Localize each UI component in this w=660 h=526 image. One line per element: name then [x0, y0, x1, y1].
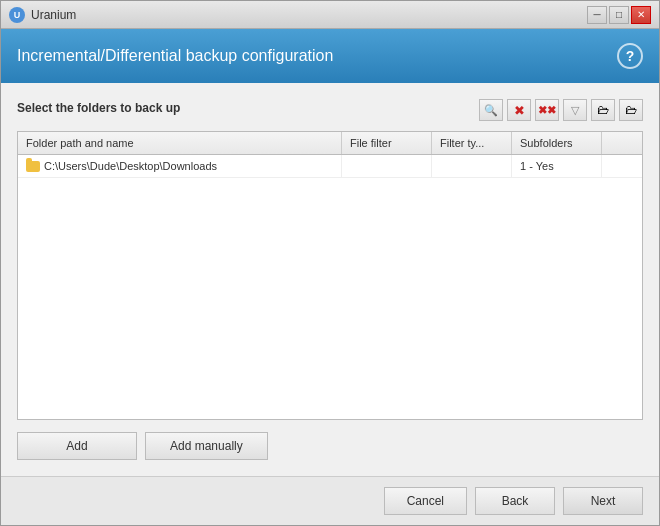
back-button[interactable]: Back [475, 487, 555, 515]
filter-icon [571, 103, 579, 117]
filter-button[interactable] [563, 99, 587, 121]
col-filter-type: Filter ty... [432, 132, 512, 154]
col-subfolders: Subfolders [512, 132, 602, 154]
dialog-title: Incremental/Differential backup configur… [17, 47, 333, 65]
delete-button[interactable] [507, 99, 531, 121]
window-title: Uranium [31, 8, 587, 22]
cell-subfolders: 1 - Yes [512, 155, 602, 177]
folder-yellow-icon: 🗁 [597, 103, 609, 117]
close-button[interactable]: ✕ [631, 6, 651, 24]
search-button[interactable] [479, 99, 503, 121]
cancel-button[interactable]: Cancel [384, 487, 467, 515]
remove-folder-button[interactable]: 🗁 [619, 99, 643, 121]
minimize-button[interactable]: ─ [587, 6, 607, 24]
cell-filter-type [432, 155, 512, 177]
toolbar: ✖✖ 🗁 🗁 [479, 99, 643, 121]
add-folder-button[interactable]: 🗁 [591, 99, 615, 121]
app-icon: U [9, 7, 25, 23]
cell-folder-path: C:\Users\Dude\Desktop\Downloads [18, 155, 342, 177]
col-extra [602, 132, 642, 154]
header-bar: Incremental/Differential backup configur… [1, 29, 659, 83]
main-window: U Uranium ─ □ ✕ Incremental/Differential… [0, 0, 660, 526]
table-row[interactable]: C:\Users\Dude\Desktop\Downloads 1 - Yes [18, 155, 642, 178]
search-icon [484, 103, 498, 117]
add-buttons-area: Add Add manually [17, 432, 643, 460]
content-area: Select the folders to back up ✖✖ 🗁 [1, 83, 659, 476]
footer: Cancel Back Next [1, 476, 659, 525]
cell-extra [602, 155, 642, 177]
section-label: Select the folders to back up [17, 101, 180, 115]
table-header: Folder path and name File filter Filter … [18, 132, 642, 155]
folder-icon [26, 161, 40, 172]
cell-file-filter [342, 155, 432, 177]
folder-red-icon: 🗁 [625, 103, 637, 117]
col-file-filter: File filter [342, 132, 432, 154]
add-manually-button[interactable]: Add manually [145, 432, 268, 460]
window-controls: ─ □ ✕ [587, 6, 651, 24]
folders-table: Folder path and name File filter Filter … [17, 131, 643, 420]
delete-all-icon: ✖✖ [538, 104, 556, 117]
delete-all-button[interactable]: ✖✖ [535, 99, 559, 121]
add-button[interactable]: Add [17, 432, 137, 460]
title-bar: U Uranium ─ □ ✕ [1, 1, 659, 29]
col-folder-path: Folder path and name [18, 132, 342, 154]
next-button[interactable]: Next [563, 487, 643, 515]
maximize-button[interactable]: □ [609, 6, 629, 24]
help-button[interactable]: ? [617, 43, 643, 69]
delete-icon [514, 103, 525, 118]
